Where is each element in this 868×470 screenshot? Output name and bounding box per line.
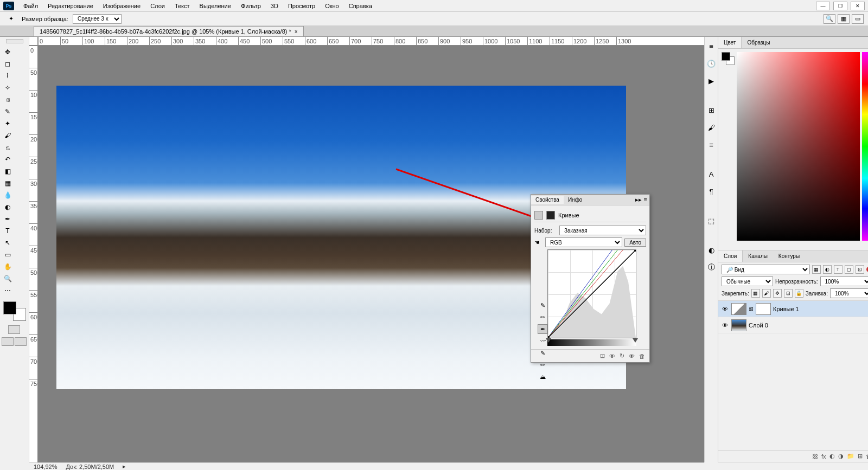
blur-tool[interactable]: 💧 xyxy=(1,190,14,201)
black-eyedropper-icon[interactable]: ✏ xyxy=(538,360,547,370)
current-tool-icon[interactable]: ✦ xyxy=(4,14,17,24)
filter-adjust-icon[interactable]: ◐ xyxy=(823,265,832,274)
menu-help[interactable]: Справка xyxy=(344,2,377,10)
layer-row-curves[interactable]: 👁 ⛓ Кривые 1 xyxy=(718,301,868,317)
trash-icon[interactable]: 🗑 xyxy=(866,453,868,460)
menu-3d[interactable]: 3D xyxy=(266,2,283,10)
hand-tool[interactable]: ✋ xyxy=(1,261,14,272)
color-mini-swatches[interactable] xyxy=(722,52,735,65)
layer-name[interactable]: Слой 0 xyxy=(749,322,768,329)
actions-icon[interactable]: ▶ xyxy=(705,75,718,87)
toolbar-grip[interactable] xyxy=(6,39,23,43)
filter-shape-icon[interactable]: ◻ xyxy=(845,265,853,274)
arrange-icon[interactable]: ▦ xyxy=(838,14,850,24)
menu-edit[interactable]: Редактирование xyxy=(43,2,98,10)
info-icon[interactable]: ⓘ xyxy=(705,261,718,273)
properties-header[interactable]: Свойства Инфо ▸▸ ≡ xyxy=(531,195,649,205)
channels-tab[interactable]: Каналы xyxy=(743,250,773,262)
more-tools[interactable]: ⋯ xyxy=(1,285,14,296)
type-tool[interactable]: T xyxy=(1,226,14,236)
preset-select[interactable]: Заказная xyxy=(559,226,646,235)
filter-type-icon[interactable]: T xyxy=(834,265,843,274)
clip-toggle-icon[interactable]: ⛰ xyxy=(538,372,547,382)
workspace-icon[interactable]: ▭ xyxy=(852,14,864,24)
delete-adjust-icon[interactable]: 🗑 xyxy=(639,353,645,359)
strip-grip[interactable]: ≡ xyxy=(705,40,718,52)
spot-heal-tool[interactable]: ✦ xyxy=(1,118,14,129)
collapse-icon[interactable]: ▸▸ xyxy=(635,196,642,203)
window-maximize[interactable]: ❐ xyxy=(833,2,847,10)
fx-icon[interactable]: fx xyxy=(821,453,826,460)
group-icon[interactable]: 📁 xyxy=(847,453,854,460)
magic-wand-tool[interactable]: ✧ xyxy=(1,82,14,93)
foreground-color[interactable] xyxy=(3,301,16,314)
lock-pixels-icon[interactable]: 🖌 xyxy=(762,289,771,298)
dodge-tool[interactable]: ◐ xyxy=(1,202,14,213)
shape-tool[interactable]: ▭ xyxy=(1,249,14,260)
screen-mode-2[interactable] xyxy=(15,337,27,346)
adjustment-icon[interactable]: ◑ xyxy=(838,453,844,460)
targeted-adjust-icon[interactable]: ☚ xyxy=(534,239,543,246)
lock-all-icon[interactable]: 🔒 xyxy=(795,289,803,298)
pen-tool[interactable]: ✒ xyxy=(1,214,14,224)
brush-preset-icon[interactable]: 🖌 xyxy=(705,121,718,133)
layers-tab[interactable]: Слои xyxy=(718,250,743,262)
menu-file[interactable]: Файл xyxy=(18,2,43,10)
color-panel-menu[interactable]: ≡ xyxy=(865,40,868,46)
properties-tab[interactable]: Свойства xyxy=(531,196,564,204)
menu-select[interactable]: Выделение xyxy=(195,2,236,10)
sample-size-select[interactable]: Среднее 3 x 3 xyxy=(73,14,122,24)
new-layer-icon[interactable]: ⊞ xyxy=(858,453,863,460)
menu-window[interactable]: Окно xyxy=(320,2,344,10)
prev-state-icon[interactable]: 👁 xyxy=(609,353,615,359)
document-tab[interactable]: 1485607827_5c1f4ff2-86bc-4b59-b07a-4c3fc… xyxy=(34,26,304,36)
paths-tab[interactable]: Контуры xyxy=(773,250,805,262)
curve-point-tool[interactable]: ✎ xyxy=(538,300,547,310)
link-layers-icon[interactable]: ⛓ xyxy=(812,453,818,460)
doc-size[interactable]: Док: 2,50M/2,50M xyxy=(66,463,114,470)
reset-icon[interactable]: ↻ xyxy=(620,352,624,359)
quick-mask[interactable] xyxy=(8,325,20,334)
search-icon[interactable]: 🔍 xyxy=(824,14,835,24)
blend-mode-select[interactable]: Обычные xyxy=(722,276,773,286)
window-minimize[interactable]: — xyxy=(816,2,830,10)
opacity-value[interactable]: 100% xyxy=(820,276,868,286)
swatches-tab[interactable]: Образцы xyxy=(742,37,775,48)
menu-image[interactable]: Изображение xyxy=(98,2,145,10)
history-icon[interactable]: 🕓 xyxy=(705,57,718,69)
curves-graph[interactable] xyxy=(547,249,636,338)
color-swatches[interactable] xyxy=(1,300,27,322)
eraser-tool[interactable]: ◧ xyxy=(1,166,14,177)
adjustments-icon[interactable]: ◐ xyxy=(705,244,718,256)
menu-filter[interactable]: Фильтр xyxy=(236,2,266,10)
close-tab-icon[interactable]: × xyxy=(295,29,298,35)
filter-smart-icon[interactable]: ⊡ xyxy=(856,265,864,274)
layer-mask-thumb[interactable] xyxy=(756,303,771,315)
lasso-tool[interactable]: ⌇ xyxy=(1,70,14,81)
3d-icon[interactable]: ⬚ xyxy=(705,215,718,227)
brushes-icon[interactable]: ⊞ xyxy=(705,104,718,116)
layer-thumb-image[interactable] xyxy=(731,319,746,331)
layer-thumb-adjust[interactable] xyxy=(731,303,746,315)
crop-tool[interactable]: ⟃ xyxy=(1,94,14,105)
color-tab[interactable]: Цвет xyxy=(718,37,742,48)
auto-button[interactable]: Авто xyxy=(624,239,646,247)
eyedropper-tool[interactable]: ✎ xyxy=(1,106,14,117)
layer-row-background[interactable]: 👁 Слой 0 xyxy=(718,317,868,333)
menu-view[interactable]: Просмотр xyxy=(283,2,320,10)
hue-slider[interactable] xyxy=(862,52,868,241)
zoom-tool[interactable]: 🔍 xyxy=(1,273,14,284)
screen-mode-1[interactable] xyxy=(2,337,14,346)
toggle-visibility-icon[interactable]: 👁 xyxy=(629,353,635,359)
history-brush-tool[interactable]: ↶ xyxy=(1,154,14,165)
lock-artboard-icon[interactable]: ⊡ xyxy=(784,289,793,298)
layer-name[interactable]: Кривые 1 xyxy=(773,306,799,312)
brush-tool[interactable]: 🖌 xyxy=(1,130,14,141)
filter-toggle[interactable] xyxy=(866,267,868,272)
character-icon[interactable]: A xyxy=(705,168,718,180)
channel-select[interactable]: RGB xyxy=(545,237,622,247)
clone-tool[interactable]: ⎌ xyxy=(1,142,14,153)
fill-value[interactable]: 100% xyxy=(830,288,868,298)
window-close[interactable]: ✕ xyxy=(851,2,865,10)
mask-icon[interactable]: ◐ xyxy=(829,453,835,460)
